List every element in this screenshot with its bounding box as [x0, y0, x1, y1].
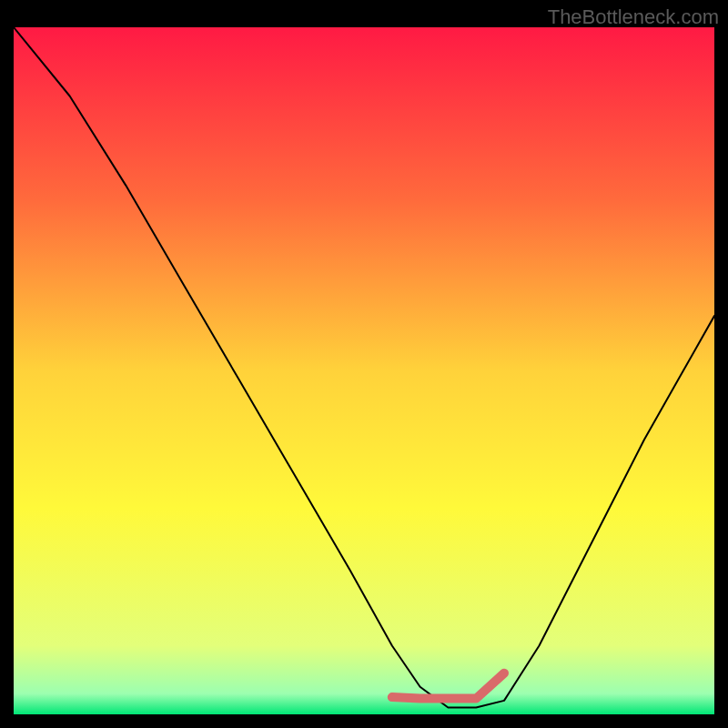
chart-svg: [14, 27, 714, 714]
chart-plot-area: [14, 27, 714, 714]
chart-background: [14, 27, 714, 714]
watermark-text: TheBottleneck.com: [548, 5, 719, 29]
